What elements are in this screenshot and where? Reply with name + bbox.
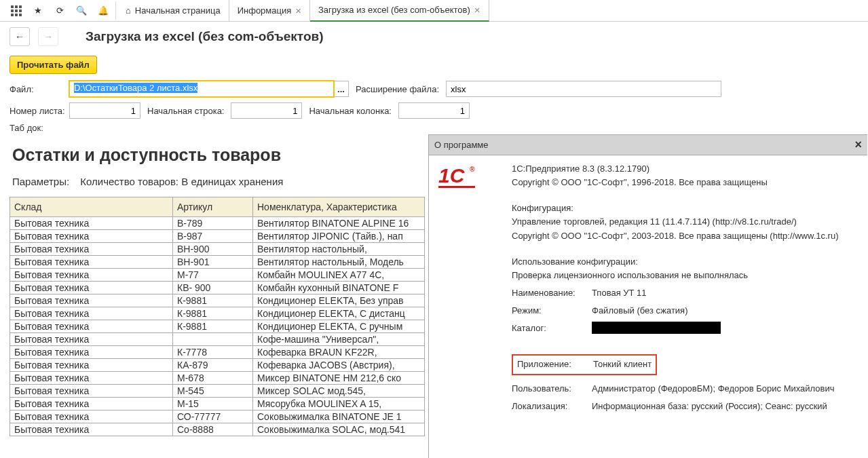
table-row[interactable]: Бытовая техникаК-9881Кондиционер ELEKTA,…	[10, 307, 425, 320]
user-value: Администратор (ФедоровБМ); Федоров Борис…	[592, 382, 834, 396]
table-row[interactable]: Бытовая техникаМ-545Миксер SOLAC мод.545…	[10, 385, 425, 398]
home-icon: ⌂	[126, 5, 131, 16]
name-label: Наименование:	[512, 286, 592, 300]
table-cell: Бытовая техника	[10, 423, 173, 436]
table-cell: Бытовая техника	[10, 243, 173, 256]
logo-1c: 1С®	[438, 162, 498, 413]
col-input[interactable]	[398, 102, 470, 119]
table-cell: Вентилятор BINATONE ALPINE 16	[253, 217, 425, 230]
nav-back-button[interactable]: ←	[10, 27, 30, 46]
read-file-button[interactable]: Прочитать файл	[10, 56, 97, 74]
ext-label: Расширение файла:	[356, 84, 439, 94]
table-cell: М-77	[173, 269, 253, 282]
table-cell: КА-879	[173, 359, 253, 372]
table-cell: Бытовая техника	[10, 307, 173, 320]
svg-text:®: ®	[470, 166, 475, 173]
table-cell: ВН-900	[173, 243, 253, 256]
dialog-close-button[interactable]: ×	[854, 138, 862, 152]
main-toolbar: ★ ⟳ 🔍 🔔 ⌂ Начальная страница Информация …	[0, 0, 868, 22]
sheet-input[interactable]	[69, 102, 140, 119]
table-cell: Бытовая техника	[10, 333, 173, 346]
table-row[interactable]: Бытовая техникаСо-8888Соковыжималка SOLA…	[10, 423, 425, 436]
close-icon[interactable]: ×	[295, 5, 301, 16]
table-cell: Бытовая техника	[10, 294, 173, 307]
sub-toolbar: ← → Загрузка из excel (без com-объектов)	[0, 22, 868, 52]
dialog-titlebar[interactable]: О программе ×	[429, 135, 867, 155]
table-cell: В-987	[173, 230, 253, 243]
table-row[interactable]: Бытовая техникаК-9881Кондиционер ELEKTA,…	[10, 320, 425, 333]
close-icon[interactable]: ×	[474, 5, 480, 15]
tab-label: Информация	[238, 5, 292, 16]
table-row[interactable]: Бытовая техникаКофе-машина "Универсал",	[10, 333, 425, 346]
file-browse-button[interactable]: ...	[334, 81, 349, 97]
table-cell: Соковыжималка SOLAC, мод.541	[253, 423, 425, 436]
table-cell: Кондиционер ELEKTA, Без управ	[253, 294, 425, 307]
table-cell: Бытовая техника	[10, 398, 173, 411]
catalog-value	[592, 322, 721, 338]
bell-icon[interactable]: 🔔	[92, 0, 114, 22]
tab-home[interactable]: ⌂ Начальная страница	[117, 0, 229, 22]
search-icon[interactable]: 🔍	[71, 0, 92, 22]
tab-load-excel[interactable]: Загрузка из excel (без com-объектов) ×	[310, 0, 489, 22]
history-icon[interactable]: ⟳	[49, 0, 71, 22]
table-cell: Вентилятор настольный, Модель	[253, 256, 425, 269]
mode-value: Файловый (без сжатия)	[592, 304, 687, 318]
table-cell: Кофеварка BRAUN KF22R,	[253, 346, 425, 359]
about-dialog: О программе × 1С® 1С:Предприятие 8.3 (8.…	[428, 134, 867, 458]
config-copyright: Copyright © ООО "1С-Софт", 2003-2018. Вс…	[512, 229, 858, 243]
table-row[interactable]: Бытовая техникаВН-901Вентилятор настольн…	[10, 256, 425, 269]
app-value: Тонкий клиент	[593, 358, 652, 371]
nav-forward-button: →	[38, 27, 58, 46]
tab-info[interactable]: Информация ×	[229, 0, 310, 22]
table-row[interactable]: Бытовая техникаВ-987Вентилятор JIPONIC (…	[10, 230, 425, 243]
table-cell: СО-77777	[173, 411, 253, 423]
table-header: Склад	[10, 197, 173, 217]
table-cell: ВН-901	[173, 256, 253, 269]
table-cell: Комбайн кухонный BINATONE F	[253, 282, 425, 294]
table-row[interactable]: Бытовая техникаМ-77Комбайн MOULINEX A77 …	[10, 269, 425, 282]
table-row[interactable]: Бытовая техникаКВ- 900Комбайн кухонный B…	[10, 282, 425, 294]
table-cell	[173, 333, 253, 346]
usage-label: Использование конфигурации:	[512, 255, 858, 269]
apps-icon[interactable]	[5, 0, 27, 22]
table-header: Артикул	[173, 197, 253, 217]
table-cell: Со-8888	[173, 423, 253, 436]
table-row[interactable]: Бытовая техникаВН-900Вентилятор настольн…	[10, 243, 425, 256]
tab-label: Начальная страница	[135, 5, 221, 16]
table-cell: Кофеварка JACOBS (Австрия),	[253, 359, 425, 372]
tab-label: Загрузка из excel (без com-объектов)	[318, 5, 470, 15]
top-tabs: ⌂ Начальная страница Информация × Загруз…	[117, 0, 489, 22]
params-value: Количество товаров: В единицах хранения	[80, 176, 283, 187]
table-cell: Бытовая техника	[10, 269, 173, 282]
table-row[interactable]: Бытовая техникаКА-879Кофеварка JACOBS (А…	[10, 359, 425, 372]
table-cell: К-9881	[173, 307, 253, 320]
table-row[interactable]: Бытовая техникаСО-77777Соковыжималка BIN…	[10, 411, 425, 423]
row-input[interactable]	[231, 102, 302, 119]
table-cell: Кондиционер ELEKTA, С дистанц	[253, 307, 425, 320]
table-cell: Мясорубка MOULINEX A 15,	[253, 398, 425, 411]
table-cell: Бытовая техника	[10, 411, 173, 423]
table-cell: Вентилятор JIPONIC (Тайв.), нап	[253, 230, 425, 243]
table-row[interactable]: Бытовая техникаК-9881Кондиционер ELEKTA,…	[10, 294, 425, 307]
star-icon[interactable]: ★	[27, 0, 49, 22]
svg-text:1С: 1С	[438, 164, 466, 187]
name-value: Тповая УТ 11	[592, 286, 647, 300]
table-cell: Соковыжималка BINATONE JE 1	[253, 411, 425, 423]
dialog-body: 1С® 1С:Предприятие 8.3 (8.3.12.1790) Cop…	[429, 155, 867, 420]
ext-input[interactable]	[446, 81, 721, 97]
mode-label: Режим:	[512, 304, 592, 318]
file-row: Файл: D:\ОстаткиТовара 2 листа.xlsx ... …	[0, 78, 868, 100]
table-row[interactable]: Бытовая техникаМ-15Мясорубка MOULINEX A …	[10, 398, 425, 411]
file-input[interactable]: D:\ОстаткиТовара 2 листа.xlsx	[69, 81, 334, 97]
table-row[interactable]: Бытовая техникаМ-678Миксер BINATONE HM 2…	[10, 372, 425, 385]
table-row[interactable]: Бытовая техникаК-7778Кофеварка BRAUN KF2…	[10, 346, 425, 359]
col-label: Начальная колонка:	[309, 106, 392, 116]
table-cell: Бытовая техника	[10, 320, 173, 333]
table-cell: Бытовая техника	[10, 256, 173, 269]
product-name: 1С:Предприятие 8.3 (8.3.12.1790)	[512, 162, 858, 176]
table-cell: Кондиционер ELEKTA, С ручным	[253, 320, 425, 333]
table-cell: Бытовая техника	[10, 217, 173, 230]
table-row[interactable]: Бытовая техникаВ-789Вентилятор BINATONE …	[10, 217, 425, 230]
svg-rect-2	[438, 186, 475, 188]
locale-label: Локализация:	[512, 400, 592, 413]
